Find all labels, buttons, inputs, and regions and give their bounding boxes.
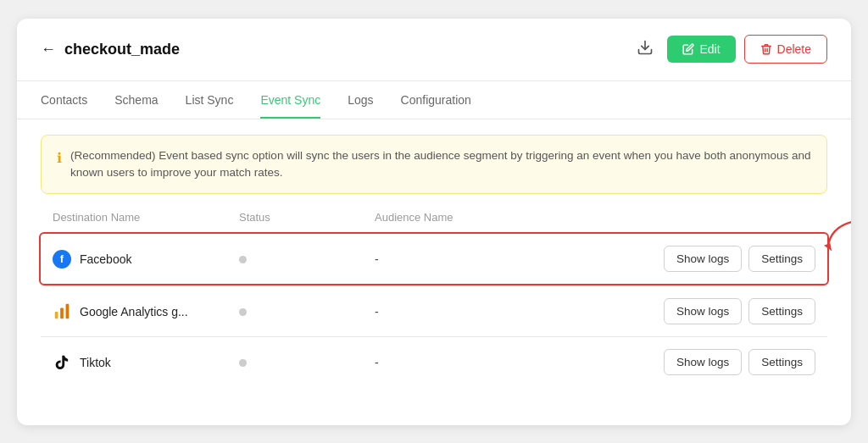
tiktok-actions: Show logs Settings	[664, 349, 815, 375]
svg-marker-1	[824, 243, 832, 251]
google-analytics-name: Google Analytics g...	[80, 305, 188, 318]
tiktok-status-dot	[239, 359, 247, 367]
tiktok-show-logs-button[interactable]: Show logs	[664, 349, 742, 375]
page-header: ← checkout_made Edit	[17, 19, 851, 81]
tiktok-icon	[53, 353, 71, 372]
tab-logs[interactable]: Logs	[348, 81, 373, 119]
delete-button[interactable]: Delete	[744, 35, 827, 64]
facebook-icon: f	[53, 250, 71, 269]
destination-tiktok: Tiktok	[53, 353, 239, 372]
svg-rect-3	[60, 307, 64, 318]
col-status: Status	[239, 211, 375, 224]
destination-facebook: f Facebook	[53, 250, 239, 269]
col-destination-name: Destination Name	[53, 211, 239, 224]
google-analytics-status-dot	[239, 308, 247, 316]
facebook-name: Facebook	[80, 252, 131, 266]
header-left: ← checkout_made	[41, 41, 180, 58]
notice-icon: ℹ	[57, 148, 62, 169]
tiktok-settings-button[interactable]: Settings	[748, 349, 815, 375]
tiktok-name: Tiktok	[80, 356, 111, 369]
page-title: checkout_made	[64, 41, 180, 58]
svg-rect-2	[55, 312, 58, 318]
facebook-status-dot	[239, 256, 247, 263]
back-button[interactable]: ←	[41, 41, 56, 58]
tiktok-audience: -	[375, 356, 664, 369]
destinations-table: Destination Name Status Audience Name f …	[17, 202, 851, 404]
google-analytics-show-logs-button[interactable]: Show logs	[664, 298, 742, 324]
tab-schema[interactable]: Schema	[114, 81, 158, 119]
facebook-actions: Show logs Settings	[664, 246, 815, 272]
table-row-tiktok: Tiktok - Show logs Settings	[41, 336, 827, 387]
google-analytics-icon	[53, 302, 71, 321]
tab-event-sync[interactable]: Event Sync	[260, 81, 320, 119]
edit-button[interactable]: Edit	[667, 36, 735, 63]
tiktok-status	[239, 356, 375, 369]
col-audience-name: Audience Name	[375, 211, 815, 224]
table-row-google-analytics: Google Analytics g... - Show logs Settin…	[41, 285, 827, 336]
tab-contacts[interactable]: Contacts	[41, 81, 87, 119]
destination-google-analytics: Google Analytics g...	[53, 302, 239, 321]
notice-text: (Recommended) Event based sync option wi…	[70, 147, 811, 182]
edit-label: Edit	[699, 42, 720, 56]
facebook-show-logs-button[interactable]: Show logs	[664, 246, 742, 272]
google-analytics-actions: Show logs Settings	[664, 298, 815, 324]
facebook-status	[239, 252, 375, 266]
tab-list-sync[interactable]: List Sync	[186, 81, 234, 119]
facebook-settings-button[interactable]: Settings	[748, 246, 815, 272]
facebook-audience: -	[375, 252, 664, 266]
table-row-facebook: f Facebook - Show logs Settings	[39, 232, 829, 285]
tab-bar: Contacts Schema List Sync Event Sync Log…	[17, 81, 851, 119]
google-analytics-status	[239, 305, 375, 318]
google-analytics-audience: -	[375, 305, 664, 318]
svg-rect-4	[66, 303, 70, 318]
download-button[interactable]	[632, 34, 659, 65]
table-header: Destination Name Status Audience Name	[41, 202, 827, 232]
notice-banner: ℹ (Recommended) Event based sync option …	[41, 135, 827, 195]
header-right: Edit Delete	[632, 34, 827, 65]
tab-configuration[interactable]: Configuration	[401, 81, 471, 119]
google-analytics-settings-button[interactable]: Settings	[748, 298, 815, 324]
main-card: ← checkout_made Edit	[17, 19, 851, 425]
delete-label: Delete	[777, 42, 811, 56]
